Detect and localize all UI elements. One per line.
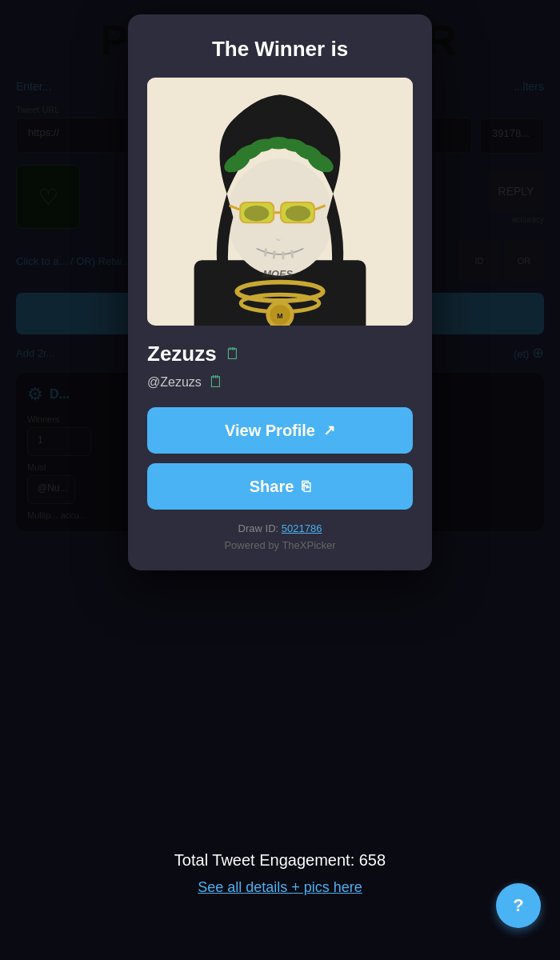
copy-handle-icon[interactable]: 🗒 (208, 373, 224, 391)
copy-name-icon[interactable]: 🗒 (225, 345, 241, 363)
fab-icon: ? (513, 895, 523, 916)
svg-line-27 (274, 251, 274, 259)
winner-handle: @Zezuzs (147, 375, 202, 390)
svg-text:MOES: MOES (263, 269, 294, 280)
view-profile-label: View Profile (225, 422, 315, 440)
draw-id-row: Draw ID: 5021786 (147, 522, 413, 534)
svg-text:M: M (277, 312, 282, 320)
share-label: Share (250, 478, 294, 496)
see-all-link[interactable]: See all details + pics here (198, 879, 362, 895)
external-link-icon: ↗ (323, 422, 335, 439)
fab-button[interactable]: ? (496, 883, 541, 928)
winner-handle-row: @Zezuzs 🗒 (147, 373, 413, 391)
winner-name: Zezuzs (147, 342, 217, 366)
winner-avatar-container: M (147, 78, 413, 326)
svg-point-24 (244, 206, 269, 222)
svg-point-25 (286, 206, 310, 222)
view-profile-button[interactable]: View Profile ↗ (147, 407, 413, 454)
svg-line-26 (265, 249, 266, 257)
powered-by: Powered by TheXPicker (147, 539, 413, 551)
svg-line-29 (292, 250, 293, 258)
share-button[interactable]: Share ⎘ (147, 463, 413, 510)
draw-id-label: Draw ID: (238, 522, 279, 534)
footer-section: Total Tweet Engagement: 658 See all deta… (0, 851, 560, 896)
winner-name-row: Zezuzs 🗒 (147, 342, 413, 366)
share-icon: ⎘ (302, 478, 310, 495)
draw-id-link[interactable]: 5021786 (282, 522, 322, 534)
winner-modal: The Winner is M (128, 14, 432, 570)
winner-avatar-svg: M (147, 78, 413, 326)
modal-overlay: The Winner is M (0, 0, 560, 960)
total-engagement: Total Tweet Engagement: 658 (0, 851, 560, 870)
modal-title: The Winner is (147, 37, 413, 62)
